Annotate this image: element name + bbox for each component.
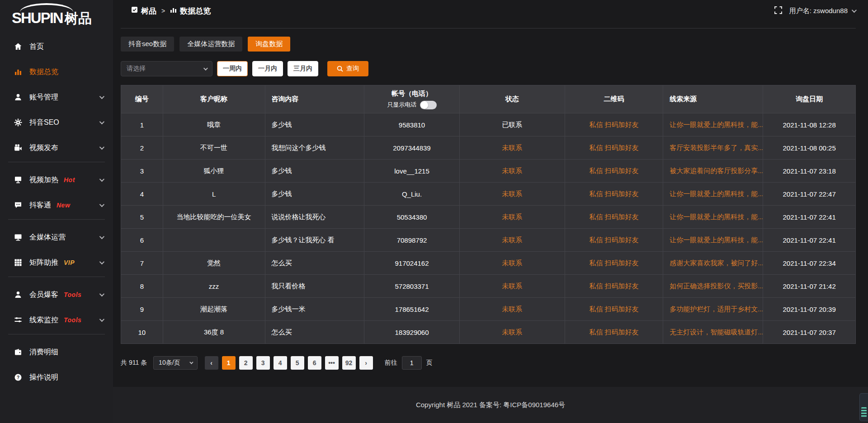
cell-content: 多少钱一米 — [265, 298, 364, 321]
cell-qrcode[interactable]: 私信 扫码加好友 — [565, 229, 663, 252]
user-menu[interactable]: 用户名: zswodun88 — [789, 7, 855, 15]
tab-2[interactable]: 询盘数据 — [248, 37, 290, 52]
cell-no: 4 — [121, 183, 163, 206]
cell-qrcode[interactable]: 私信 扫码加好友 — [565, 321, 663, 344]
cell-source[interactable]: 客厅安装投影半年多了，真实... — [663, 136, 763, 160]
sidebar-item-9[interactable]: 会员爆客Tools — [0, 283, 113, 306]
cell-nickname: 当地比较能吃的一位美女 — [163, 206, 265, 229]
header-divider — [121, 28, 856, 28]
cell-source[interactable]: 如何正确选择投影仪，买投影... — [663, 275, 763, 298]
cell-date: 2021-11-07 20:37 — [763, 321, 856, 344]
cell-qrcode[interactable]: 私信 扫码加好友 — [565, 183, 663, 206]
sidebar-item-tag: Tools — [64, 316, 81, 324]
cell-qrcode[interactable]: 私信 扫码加好友 — [565, 206, 663, 229]
cell-source[interactable]: 让你一眼就爱上的黑科技，能... — [663, 206, 763, 229]
sidebar-item-1[interactable]: 数据总览 — [0, 61, 113, 83]
cell-source[interactable]: 被大家追着问的客厅投影分享... — [663, 160, 763, 183]
sidebar-item-label: 矩阵助推 — [29, 258, 58, 268]
sidebar-divider — [8, 334, 105, 334]
page-buttons: ‹123456•••92› — [205, 356, 377, 370]
cell-source[interactable]: 让你一眼就爱上的黑科技，能... — [663, 183, 763, 206]
cell-nickname: zzz — [163, 275, 265, 298]
cell-account: 9583810 — [364, 113, 459, 136]
cell-no: 10 — [121, 321, 163, 344]
sidebar: SHUPIN 树品 首页数据总览账号管理抖音SEO视频发布视频加热Hot抖客通N… — [0, 0, 113, 423]
page-button-1[interactable]: 1 — [222, 356, 236, 370]
page-button-6[interactable]: 6 — [308, 356, 321, 370]
phone-only-toggle[interactable] — [420, 101, 437, 109]
app-square-icon — [131, 6, 138, 15]
page-size-select[interactable]: 10条/页 — [153, 356, 197, 370]
sidebar-item-5[interactable]: 视频加热Hot — [0, 169, 113, 191]
cell-no: 6 — [121, 229, 163, 252]
sidebar-item-7[interactable]: 全媒体运营 — [0, 226, 113, 249]
range-button-0[interactable]: 一周内 — [217, 61, 248, 76]
cell-content: 多少钱 — [265, 183, 364, 206]
sidebar-item-11[interactable]: 消费明细 — [0, 341, 113, 363]
cell-nickname: 潮起潮落 — [163, 298, 265, 321]
sidebar-item-0[interactable]: 首页 — [0, 35, 113, 58]
prev-page-button[interactable]: ‹ — [205, 356, 218, 370]
topbar-right: 用户名: zswodun88 — [774, 6, 855, 15]
sidebar-item-6[interactable]: 抖客通New — [0, 194, 113, 216]
filter-select[interactable]: 请选择 — [121, 61, 212, 76]
cell-status: 未联系 — [460, 275, 565, 298]
cell-qrcode[interactable]: 私信 扫码加好友 — [565, 275, 663, 298]
cell-qrcode[interactable]: 私信 扫码加好友 — [565, 160, 663, 183]
cell-source[interactable]: 多功能护栏灯，适用于乡村文... — [663, 298, 763, 321]
tab-1[interactable]: 全媒体运营数据 — [179, 37, 242, 52]
cell-content: 怎么买 — [265, 321, 364, 344]
page-button-5[interactable]: 5 — [291, 356, 304, 370]
sidebar-item-label: 视频发布 — [29, 143, 58, 153]
breadcrumb-root[interactable]: 树品 — [141, 6, 156, 16]
cell-no: 9 — [121, 298, 163, 321]
page-button-3[interactable]: 3 — [256, 356, 270, 370]
cell-source[interactable]: 无主灯设计，智能磁吸轨道灯... — [663, 321, 763, 344]
page-button-2[interactable]: 2 — [239, 356, 253, 370]
cell-qrcode[interactable]: 私信 扫码加好友 — [565, 113, 663, 136]
goto-page-input[interactable] — [402, 356, 422, 370]
page-button-4[interactable]: 4 — [274, 356, 287, 370]
cell-nickname: 36度 8 — [163, 321, 265, 344]
table-header-row: 编号客户昵称咨询内容帐号（电话）只显示电话状态二维码线索来源询盘日期 — [121, 85, 856, 113]
sidebar-item-10[interactable]: 线索监控Tools — [0, 309, 113, 331]
page-button-92[interactable]: 92 — [342, 356, 356, 370]
corner-widget[interactable] — [859, 393, 868, 421]
range-button-1[interactable]: 一月内 — [252, 61, 283, 76]
range-button-2[interactable]: 三月内 — [288, 61, 318, 76]
cell-content: 多少钱？让我死心 看 — [265, 229, 364, 252]
chevron-down-icon — [99, 317, 104, 322]
sidebar-item-3[interactable]: 抖音SEO — [0, 111, 113, 134]
sidebar-item-4[interactable]: 视频发布 — [0, 136, 113, 159]
cell-account: 178651642 — [364, 298, 459, 321]
sidebar-item-tag: New — [57, 202, 70, 209]
sidebar-item-label: 首页 — [29, 42, 44, 52]
breadcrumb-current: 数据总览 — [180, 6, 211, 16]
cell-account: 50534380 — [364, 206, 459, 229]
search-button[interactable]: 查询 — [327, 61, 368, 76]
screen-icon — [14, 175, 23, 184]
chevron-down-icon — [99, 234, 104, 239]
next-page-button[interactable]: › — [359, 356, 373, 370]
tab-0[interactable]: 抖音seo数据 — [121, 37, 174, 52]
data-tabs: 抖音seo数据全媒体运营数据询盘数据 — [121, 37, 856, 52]
sidebar-item-12[interactable]: ?操作说明 — [0, 366, 113, 389]
table-row: 6多少钱？让我死心 看70898792未联系私信 扫码加好友让你一眼就爱上的黑科… — [121, 229, 856, 252]
cell-qrcode[interactable]: 私信 扫码加好友 — [565, 298, 663, 321]
fullscreen-icon[interactable] — [774, 6, 782, 15]
sidebar-item-label: 线索监控 — [29, 315, 58, 325]
sidebar-item-label: 消费明细 — [29, 348, 58, 357]
sidebar-item-label: 数据总览 — [29, 67, 58, 77]
cell-qrcode[interactable]: 私信 扫码加好友 — [565, 252, 663, 275]
sidebar-item-2[interactable]: 账号管理 — [0, 86, 113, 108]
cell-qrcode[interactable]: 私信 扫码加好友 — [565, 136, 663, 160]
sidebar-item-8[interactable]: 矩阵助推VIP — [0, 251, 113, 274]
cell-source[interactable]: 感谢大家喜欢我家，被问了好... — [663, 252, 763, 275]
more-pages-button[interactable]: ••• — [325, 356, 339, 370]
search-icon — [337, 66, 343, 72]
cell-source[interactable]: 让你一眼就爱上的黑科技，能... — [663, 113, 763, 136]
footer: Copyright 树品 2021 备案号: 粤ICP备09019646号 — [113, 387, 868, 423]
cell-source[interactable]: 让你一眼就爱上的黑科技，能... — [663, 229, 763, 252]
cell-nickname: 不可一世 — [163, 136, 265, 160]
search-button-label: 查询 — [346, 65, 359, 73]
